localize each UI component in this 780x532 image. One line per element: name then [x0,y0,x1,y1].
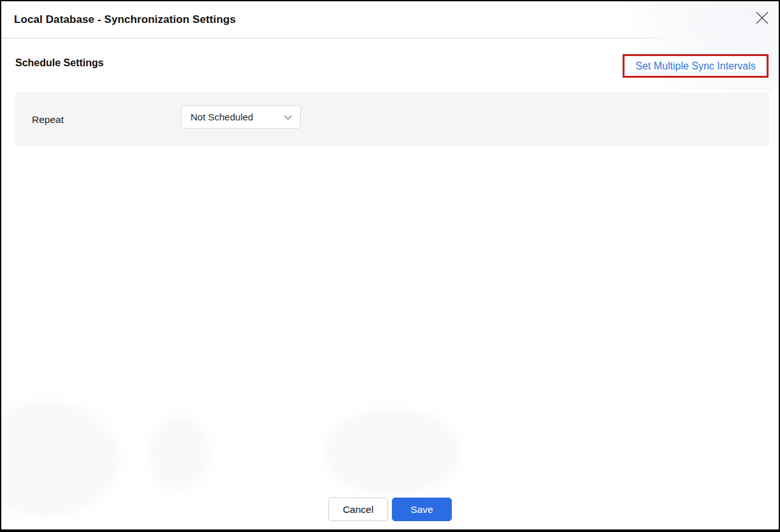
sync-settings-dialog: Local Database - Synchronization Setting… [0,0,780,532]
watermark-blob [149,417,210,490]
repeat-dropdown[interactable]: Not Scheduled [181,105,301,129]
close-icon [755,10,770,27]
save-button[interactable]: Save [392,498,452,521]
repeat-dropdown-value: Not Scheduled [191,111,253,122]
dialog-header: Local Database - Synchronization Setting… [1,1,779,39]
chevron-down-icon [284,111,292,123]
dialog-footer: Cancel Save [1,498,779,521]
schedule-settings-heading: Schedule Settings [15,57,104,69]
repeat-label: Repeat [32,92,64,147]
close-button[interactable] [753,10,771,27]
repeat-setting-row: Repeat Not Scheduled [15,92,769,147]
cancel-button[interactable]: Cancel [328,498,388,521]
dialog-title: Local Database - Synchronization Setting… [14,1,236,38]
sync-intervals-highlight-box: Set Multiple Sync Intervals [623,54,769,78]
set-multiple-sync-intervals-link[interactable]: Set Multiple Sync Intervals [635,61,756,72]
watermark-blob [325,409,460,495]
